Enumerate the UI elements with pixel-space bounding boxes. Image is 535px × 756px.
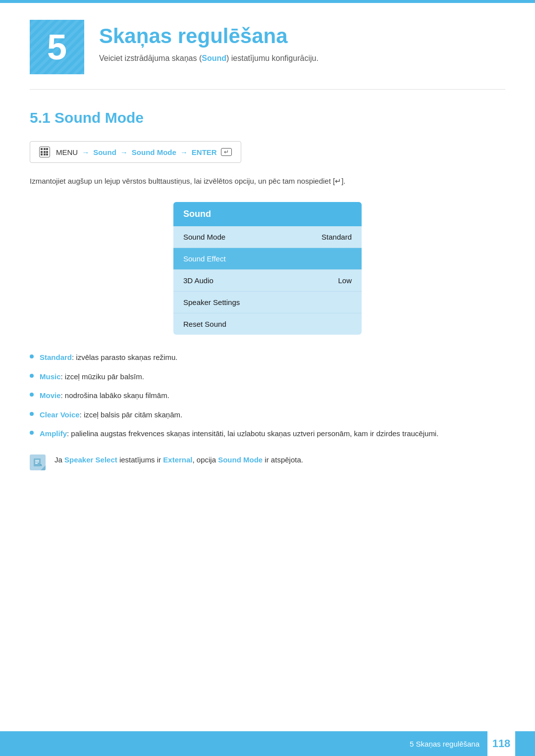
section-5-1: 5.1 Sound Mode MENU → Sound → Sound Mode… (0, 90, 535, 487)
list-item: Standard: izvēlas parasto skaņas režimu. (30, 352, 505, 363)
note-text: Ja Speaker Select iestatījums ir Externa… (54, 454, 303, 466)
bullet-dot (30, 393, 34, 397)
arrow-1: → (82, 148, 89, 156)
sound-menu-item-speaker-settings[interactable]: Speaker Settings (173, 292, 362, 313)
arrow-2: → (120, 148, 128, 156)
list-item: Clear Voice: izceļ balsis pār citām skaņ… (30, 409, 505, 421)
menu-icon (39, 147, 50, 157)
list-item: Movie: nodrošina labāko skaņu filmām. (30, 390, 505, 402)
note-icon (30, 454, 48, 472)
note-speaker-select: Speaker Select (64, 455, 117, 464)
bullet-list: Standard: izvēlas parasto skaņas režimu.… (30, 352, 505, 440)
enter-bracket-icon: ↵ (335, 177, 341, 185)
sound-menu: Sound Sound Mode Standard Sound Effect 3… (173, 202, 362, 335)
list-item: Music: izceļ mūziku pār balsīm. (30, 371, 505, 383)
description-text: Izmantojiet augšup un lejup vērstos bult… (30, 175, 505, 187)
footer-text: 5 Skaņas regulēšana (410, 740, 480, 748)
sound-menu-item-reset-sound[interactable]: Reset Sound (173, 313, 362, 335)
speaker-settings-label: Speaker Settings (183, 298, 240, 306)
bullet-dot (30, 431, 34, 435)
enter-icon: ↵ (221, 148, 232, 156)
nav-sound-mode: Sound Mode (132, 148, 176, 156)
bullet-dot (30, 374, 34, 378)
note-svg-icon (33, 457, 43, 467)
sound-mode-value: Standard (321, 233, 352, 241)
svg-rect-0 (34, 458, 41, 466)
bullet-text-movie: : nodrošina labāko skaņu filmām. (61, 391, 169, 400)
sound-menu-header: Sound (173, 202, 362, 226)
footer-page-number: 118 (487, 731, 515, 756)
bullet-bold-standard: Standard (40, 353, 72, 361)
section-title: 5.1 Sound Mode (30, 109, 505, 126)
chapter-title: Skaņas regulēšana (99, 25, 319, 48)
reset-sound-label: Reset Sound (183, 320, 226, 328)
bullet-dot (30, 412, 34, 416)
bullet-bold-movie: Movie (40, 391, 61, 400)
arrow-3: → (180, 148, 188, 156)
chapter-header: 5 Skaņas regulēšana Veiciet izstrādājuma… (0, 0, 535, 89)
nav-enter: ENTER (192, 148, 217, 156)
top-accent-bar (0, 0, 535, 3)
bullet-text-clear-voice: : izceļ balsis pār citām skaņām. (80, 410, 183, 419)
note-external: External (163, 455, 192, 464)
menu-grid-icon (41, 148, 49, 156)
chapter-title-block: Skaņas regulēšana Veiciet izstrādājuma s… (84, 20, 319, 64)
sound-effect-label: Sound Effect (183, 254, 226, 263)
menu-label: MENU (56, 148, 78, 156)
chapter-subtitle: Veiciet izstrādājuma skaņas (Sound) iest… (99, 52, 319, 64)
list-item: Amplify: palielina augstas frekvences sk… (30, 428, 505, 440)
chapter-number: 5 (30, 20, 84, 74)
bullet-dot (30, 354, 34, 358)
bullet-bold-amplify: Amplify (40, 429, 67, 438)
note-sound-mode: Sound Mode (218, 455, 263, 464)
bullet-text-music: : izceļ mūziku pār balsīm. (61, 372, 144, 381)
note-icon-inner (30, 454, 46, 470)
sound-menu-item-sound-effect[interactable]: Sound Effect (173, 248, 362, 270)
sound-menu-container: Sound Sound Mode Standard Sound Effect 3… (30, 202, 505, 335)
sound-menu-item-sound-mode[interactable]: Sound Mode Standard (173, 226, 362, 248)
note-box: Ja Speaker Select iestatījums ir Externa… (30, 454, 505, 472)
bullet-text-standard: : izvēlas parasto skaņas režimu. (72, 353, 177, 361)
bullet-bold-music: Music (40, 372, 61, 381)
sound-mode-label: Sound Mode (183, 233, 225, 241)
menu-nav: MENU → Sound → Sound Mode → ENTER ↵ (30, 141, 241, 163)
page-footer: 5 Skaņas regulēšana 118 (0, 731, 535, 756)
sound-menu-item-3d-audio[interactable]: 3D Audio Low (173, 270, 362, 292)
nav-sound: Sound (93, 148, 116, 156)
3d-audio-value: Low (338, 276, 352, 285)
bullet-bold-clear-voice: Clear Voice (40, 410, 80, 419)
3d-audio-label: 3D Audio (183, 276, 214, 285)
bullet-text-amplify: : palielina augstas frekvences skaņas in… (67, 429, 438, 438)
